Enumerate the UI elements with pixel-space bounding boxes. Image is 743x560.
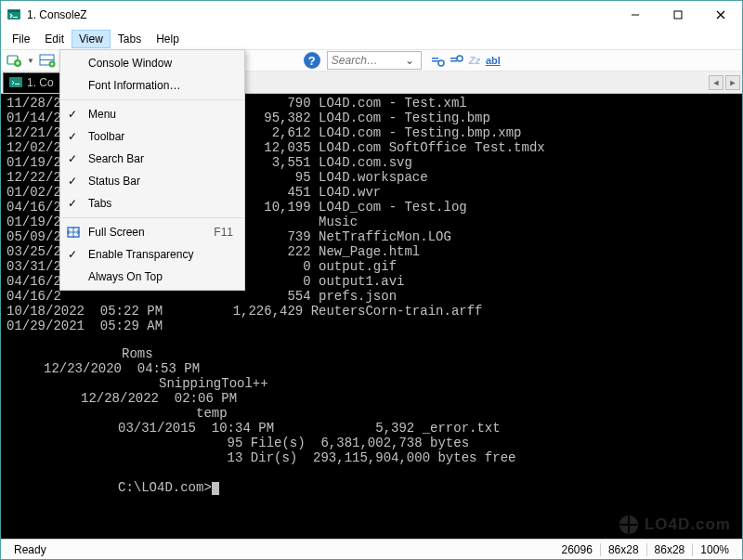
check-icon: ✓ xyxy=(68,130,77,143)
new-tab-button[interactable] xyxy=(5,51,23,70)
maximize-button[interactable] xyxy=(657,1,699,29)
minimize-button[interactable] xyxy=(614,1,657,29)
status-pid: 26096 xyxy=(554,543,600,556)
check-icon: ✓ xyxy=(68,152,77,165)
window-title: 1. ConsoleZ xyxy=(27,8,614,21)
statusbar: Ready 26096 86x28 86x28 100% xyxy=(1,539,742,559)
svg-rect-4 xyxy=(674,11,682,19)
menu-tabs[interactable]: Tabs xyxy=(111,30,149,48)
svg-rect-13 xyxy=(432,60,438,62)
svg-rect-15 xyxy=(450,58,457,59)
menu-toggle-statusbar[interactable]: ✓Status Bar xyxy=(60,170,244,192)
svg-rect-1 xyxy=(8,10,20,12)
menu-toggle-searchbar[interactable]: ✓Search Bar xyxy=(60,148,244,170)
status-size-1: 86x28 xyxy=(601,543,646,556)
dropdown-arrow-icon[interactable]: ▼ xyxy=(27,57,34,65)
svg-rect-16 xyxy=(450,60,457,62)
match-case-button[interactable]: Zz xyxy=(466,52,483,69)
close-button[interactable] xyxy=(699,1,742,29)
svg-rect-2 xyxy=(13,17,18,18)
svg-point-17 xyxy=(457,56,463,61)
app-icon xyxy=(7,7,21,22)
svg-rect-12 xyxy=(432,58,438,59)
whole-word-button[interactable]: abl xyxy=(485,52,502,69)
search-dropdown-icon[interactable]: ⌄ xyxy=(404,54,415,67)
fullscreen-icon xyxy=(66,225,81,240)
menu-file[interactable]: File xyxy=(5,30,37,48)
search-input[interactable] xyxy=(330,53,404,68)
tab-scroll-right[interactable]: ► xyxy=(725,75,740,90)
split-horizontal-button[interactable] xyxy=(38,51,57,70)
menu-always-on-top[interactable]: Always On Top xyxy=(60,266,244,288)
tab-scroll-left[interactable]: ◄ xyxy=(709,75,723,90)
status-zoom: 100% xyxy=(693,543,736,556)
search-next-button[interactable] xyxy=(448,52,464,69)
titlebar: 1. ConsoleZ xyxy=(1,1,742,29)
menubar: File Edit View Tabs Help xyxy=(1,29,742,49)
menu-enable-transparency[interactable]: ✓Enable Transparency xyxy=(60,243,244,266)
tab-label: 1. Co xyxy=(27,76,54,89)
menu-view[interactable]: View xyxy=(72,30,111,48)
menu-full-screen[interactable]: Full Screen F11 xyxy=(60,221,244,243)
menu-edit[interactable]: Edit xyxy=(37,30,72,48)
menu-console-window[interactable]: Console Window xyxy=(60,52,244,74)
menu-help[interactable]: Help xyxy=(149,30,187,48)
help-button[interactable]: ? xyxy=(303,51,321,70)
svg-rect-19 xyxy=(15,84,20,85)
svg-point-14 xyxy=(438,60,444,66)
tab-console[interactable]: 1. Co xyxy=(3,72,64,93)
help-icon: ? xyxy=(304,52,320,69)
check-icon: ✓ xyxy=(68,197,77,210)
search-box[interactable]: ⌄ xyxy=(327,51,422,70)
check-icon: ✓ xyxy=(68,108,77,121)
status-ready: Ready xyxy=(7,543,54,556)
menu-toggle-toolbar[interactable]: ✓Toolbar xyxy=(60,125,244,148)
check-icon: ✓ xyxy=(68,248,77,261)
menu-font-information[interactable]: Font Information… xyxy=(60,74,244,97)
menu-toggle-menu[interactable]: ✓Menu xyxy=(60,103,244,125)
svg-rect-18 xyxy=(9,77,22,87)
search-prev-button[interactable] xyxy=(429,52,446,69)
status-size-2: 86x28 xyxy=(647,543,693,556)
console-icon xyxy=(9,76,22,89)
menu-accelerator: F11 xyxy=(214,226,233,239)
check-icon: ✓ xyxy=(68,175,77,188)
view-dropdown: Console Window Font Information… ✓Menu ✓… xyxy=(59,49,245,291)
menu-toggle-tabs[interactable]: ✓Tabs xyxy=(60,192,244,215)
